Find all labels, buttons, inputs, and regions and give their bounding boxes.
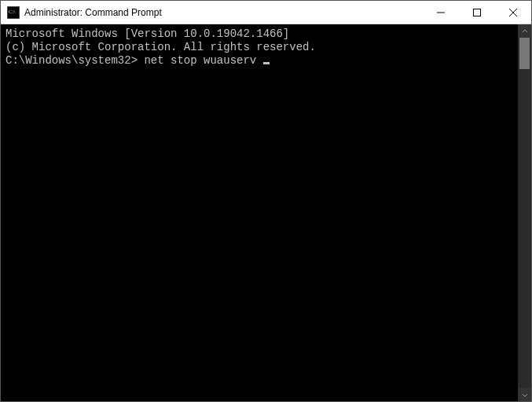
prompt-text: C:\Windows\system32> (6, 54, 138, 67)
svg-rect-4 (474, 9, 481, 16)
maximize-icon (473, 9, 481, 16)
close-icon (509, 9, 517, 16)
window-title: Administrator: Command Prompt (24, 7, 423, 18)
vertical-scrollbar[interactable] (518, 24, 531, 401)
maximize-button[interactable] (459, 1, 495, 24)
terminal-line: Microsoft Windows [Version 10.0.19042.14… (6, 27, 513, 41)
terminal-line: (c) Microsoft Corporation. All rights re… (6, 41, 513, 54)
terminal-content[interactable]: Microsoft Windows [Version 10.0.19042.14… (1, 24, 518, 401)
close-button[interactable] (495, 1, 531, 24)
scroll-up-button[interactable] (518, 24, 531, 38)
window-controls (423, 1, 531, 24)
terminal-prompt-line: C:\Windows\system32> net stop wuauserv (6, 54, 513, 68)
minimize-button[interactable] (423, 1, 459, 24)
cmd-icon: C:\ (7, 6, 20, 19)
chevron-up-icon (522, 28, 528, 35)
terminal-area: Microsoft Windows [Version 10.0.19042.14… (1, 24, 531, 401)
command-text: net stop wuauserv (144, 54, 256, 67)
scroll-down-button[interactable] (518, 388, 531, 401)
titlebar[interactable]: C:\ Administrator: Command Prompt (1, 1, 531, 24)
text-cursor (263, 62, 270, 64)
scroll-thumb[interactable] (519, 38, 530, 69)
minimize-icon (437, 9, 445, 16)
svg-text:C:\: C:\ (9, 9, 16, 15)
chevron-down-icon (522, 392, 528, 398)
